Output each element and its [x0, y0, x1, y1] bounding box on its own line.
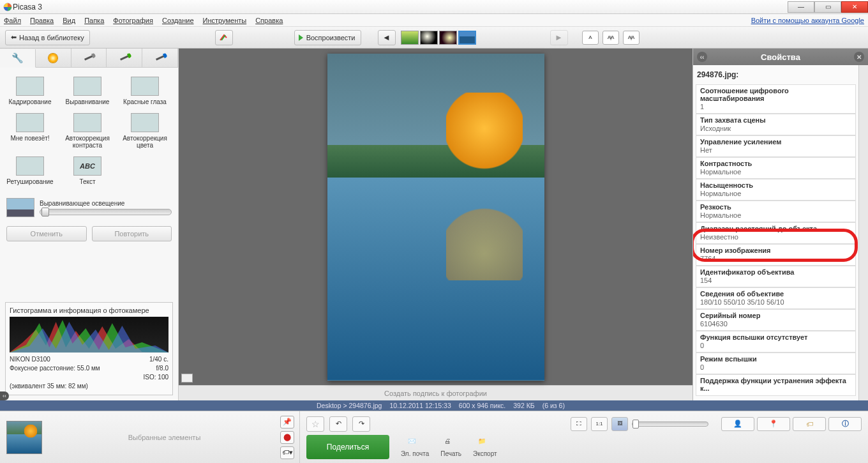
tool-crop[interactable]: Кадрирование [1, 73, 59, 109]
play-button[interactable]: Воспроизвести [294, 30, 361, 45]
rotate-left-button[interactable]: ↶ [329, 416, 347, 432]
geo-tag-button[interactable]: 📍 [757, 417, 790, 431]
tool-retouch[interactable]: Ретуширование [1, 153, 59, 189]
caption-bar[interactable]: Создать подпись к фотографии [179, 385, 692, 400]
filmstrip-thumb[interactable] [439, 31, 457, 45]
info-icon: ⓘ [842, 419, 849, 429]
close-button[interactable]: ✕ [841, 1, 868, 13]
sun-icon [49, 54, 57, 63]
property-value: 0 [700, 341, 851, 349]
minimize-button[interactable]: — [788, 1, 814, 13]
tray-menu-button[interactable]: 🏷▾ [280, 446, 294, 459]
next-photo-button[interactable]: ► [550, 30, 568, 45]
fill-light-icon [6, 198, 34, 217]
export-icon: 📁 [478, 437, 492, 449]
maximize-button[interactable]: ▭ [814, 1, 841, 13]
menu-file[interactable]: Файл [4, 17, 21, 24]
property-key: Соотношение цифрового масштабирования [700, 87, 851, 102]
close-panel-icon[interactable]: ✕ [854, 52, 864, 62]
canvas-area[interactable] [179, 49, 692, 385]
histogram-box: Гистограмма и информация о фотокамере NI… [5, 302, 173, 395]
viewmode-compare-ab[interactable]: A|A [602, 31, 619, 45]
property-key: Режим вспышки [700, 355, 851, 363]
google-login-link[interactable]: Войти с помощью аккаунта Google [751, 17, 864, 24]
tool-straighten[interactable]: Выравнивание [59, 73, 116, 109]
app-icon [3, 2, 13, 12]
action-email[interactable]: ✉️Эл. почта [401, 437, 429, 457]
property-value: Неизвестно [700, 232, 851, 241]
property-key: Поддержка функции устранения эффекта к..… [700, 377, 851, 392]
fit-screen-button[interactable]: ⛶ [571, 417, 587, 431]
tool-auto-color[interactable]: Автокоррекция цвета [116, 109, 174, 153]
tab-brush-3[interactable] [142, 49, 178, 67]
back-to-library-button[interactable]: ⬅ Назад в библиотеку [5, 30, 90, 45]
property-row: Серийный номер6104630 [696, 309, 856, 331]
pin-button[interactable]: 📌 [280, 416, 294, 429]
clear-tray-button[interactable]: ⬤ [280, 431, 294, 444]
property-value: Исходник [700, 124, 851, 132]
email-icon: ✉️ [408, 437, 422, 449]
tag-button[interactable]: 🏷 [793, 417, 826, 431]
property-key: Насыщенность [700, 181, 851, 189]
collapse-icon[interactable]: ‹‹ [697, 52, 707, 62]
property-value: Нет [700, 146, 851, 154]
collapse-handle-icon[interactable]: ‹‹ [0, 391, 9, 400]
toggle-overlay-icon[interactable] [181, 374, 193, 383]
action-export[interactable]: 📁Экспорт [473, 437, 497, 457]
people-tag-button[interactable]: 👤 [721, 417, 754, 431]
print-icon: 🖨 [444, 437, 458, 449]
property-key: Резкость [700, 203, 851, 211]
tray-label: Выбранные элементы [49, 434, 280, 441]
tool-redeye[interactable]: Красные глаза [116, 73, 174, 109]
photo-preview [327, 54, 544, 381]
histogram-graph [10, 317, 168, 353]
property-value: Нормальное [700, 167, 851, 176]
tab-brush-2[interactable] [107, 49, 142, 67]
properties-body: 294876.jpg: Соотношение цифрового масшта… [693, 65, 858, 400]
property-key: Диапазон расстояний до объекта [700, 225, 851, 232]
filmstrip [401, 31, 476, 45]
left-panel: 🔧 Кадрирование Выравнивание Красные глаз… [0, 49, 179, 400]
color-edit-button[interactable] [215, 30, 233, 45]
filmstrip-thumb[interactable] [420, 31, 438, 45]
share-button[interactable]: Поделиться [306, 435, 389, 459]
menu-create[interactable]: Создание [162, 17, 194, 24]
star-button[interactable]: ☆ [306, 416, 324, 432]
properties-filename: 294876.jpg: [696, 68, 856, 84]
menu-photo[interactable]: Фотография [113, 17, 153, 24]
fill-light-slider[interactable] [40, 209, 172, 215]
zoom-1to1-button[interactable]: 1:1 [591, 417, 608, 431]
tab-basic-fixes[interactable]: 🔧 [0, 49, 36, 68]
properties-title: Свойства [707, 52, 854, 62]
tray-thumbnail[interactable] [6, 421, 42, 454]
tool-auto-contrast[interactable]: Автокоррекция контраста [59, 109, 116, 153]
tab-brush-1[interactable] [71, 49, 107, 67]
menu-help[interactable]: Справка [255, 17, 283, 24]
redo-button[interactable]: Повторить [92, 226, 172, 241]
filmstrip-thumb-selected[interactable] [458, 31, 476, 45]
properties-scrollbar[interactable] [858, 65, 868, 400]
tab-lighting[interactable] [36, 49, 71, 67]
tool-text[interactable]: ABCТекст [59, 153, 116, 189]
prev-photo-button[interactable]: ◄ [378, 30, 396, 45]
rotate-right-button[interactable]: ↷ [352, 416, 370, 432]
info-index: (6 из 6) [542, 402, 565, 409]
menu-folder[interactable]: Папка [84, 17, 104, 24]
zoom-slider[interactable] [632, 421, 708, 427]
undo-button[interactable]: Отменить [6, 226, 87, 241]
info-button[interactable]: ⓘ [828, 417, 862, 431]
zoom-image-button[interactable]: 🖼 [611, 417, 628, 431]
filmstrip-thumb[interactable] [401, 31, 419, 45]
pin-icon: 📍 [769, 420, 778, 428]
viewmode-single[interactable]: A [582, 31, 599, 45]
menu-tools[interactable]: Инструменты [203, 17, 247, 24]
tools-grid: Кадрирование Выравнивание Красные глаза … [0, 68, 178, 194]
menu-edit[interactable]: Правка [30, 17, 54, 24]
tool-lucky[interactable]: Мне повезёт! [1, 109, 59, 153]
wrench-icon: 🔧 [11, 52, 24, 64]
menu-view[interactable]: Вид [63, 17, 75, 24]
brush-icon [84, 55, 93, 61]
action-print[interactable]: 🖨Печать [440, 437, 461, 457]
viewmode-compare-aa[interactable]: A|A [623, 31, 640, 45]
property-value [700, 392, 851, 393]
